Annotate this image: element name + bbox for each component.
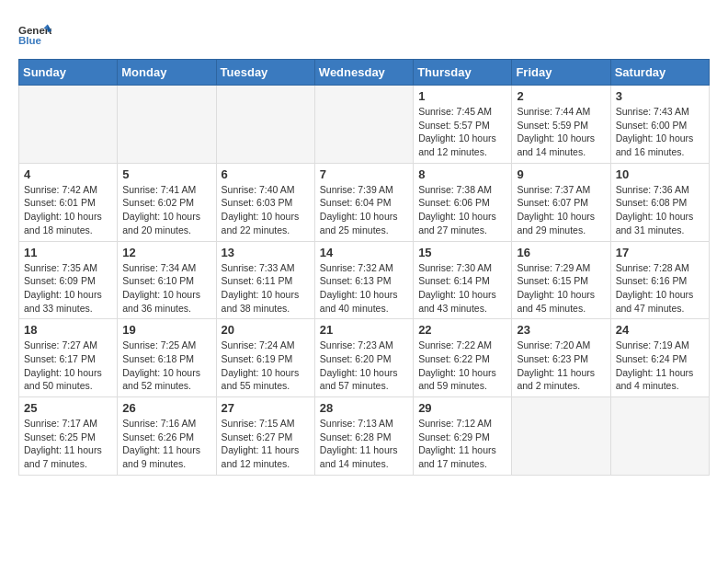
day-number: 4 (24, 167, 112, 181)
calendar-week-1: 1Sunrise: 7:45 AMSunset: 5:57 PMDaylight… (19, 86, 710, 164)
calendar-cell: 29Sunrise: 7:12 AMSunset: 6:29 PMDayligh… (414, 397, 512, 476)
day-info: Sunrise: 7:30 AMSunset: 6:14 PMDaylight:… (418, 261, 506, 316)
day-info: Sunrise: 7:45 AMSunset: 5:57 PMDaylight:… (418, 105, 506, 159)
calendar-cell (118, 86, 216, 164)
calendar-cell: 22Sunrise: 7:22 AMSunset: 6:22 PMDayligh… (414, 319, 512, 397)
calendar-cell (610, 397, 709, 476)
weekday-header-monday: Monday (118, 60, 216, 86)
page-header: General Blue (18, 15, 710, 52)
weekday-header-sunday: Sunday (19, 60, 118, 86)
calendar-table: SundayMondayTuesdayWednesdayThursdayFrid… (18, 59, 710, 476)
calendar-cell: 11Sunrise: 7:35 AMSunset: 6:09 PMDayligh… (19, 241, 118, 319)
day-number: 7 (320, 167, 408, 181)
calendar-cell: 21Sunrise: 7:23 AMSunset: 6:20 PMDayligh… (314, 319, 413, 397)
day-info: Sunrise: 7:38 AMSunset: 6:06 PMDaylight:… (418, 183, 506, 237)
calendar-cell (19, 86, 118, 164)
calendar-cell: 28Sunrise: 7:13 AMSunset: 6:28 PMDayligh… (314, 397, 413, 476)
day-info: Sunrise: 7:37 AMSunset: 6:07 PMDaylight:… (517, 183, 605, 237)
day-number: 3 (616, 89, 704, 103)
day-info: Sunrise: 7:23 AMSunset: 6:20 PMDaylight:… (320, 339, 408, 393)
calendar-cell: 3Sunrise: 7:43 AMSunset: 6:00 PMDaylight… (610, 86, 709, 164)
day-number: 6 (222, 167, 310, 181)
calendar-cell (216, 86, 314, 164)
calendar-cell: 16Sunrise: 7:29 AMSunset: 6:15 PMDayligh… (512, 241, 610, 319)
calendar-cell: 15Sunrise: 7:30 AMSunset: 6:14 PMDayligh… (414, 241, 512, 319)
day-info: Sunrise: 7:19 AMSunset: 6:24 PMDaylight:… (616, 339, 704, 393)
day-info: Sunrise: 7:25 AMSunset: 6:18 PMDaylight:… (122, 339, 210, 393)
calendar-cell: 24Sunrise: 7:19 AMSunset: 6:24 PMDayligh… (610, 319, 709, 397)
calendar-cell: 7Sunrise: 7:39 AMSunset: 6:04 PMDaylight… (314, 163, 413, 241)
day-info: Sunrise: 7:33 AMSunset: 6:11 PMDaylight:… (222, 261, 310, 316)
calendar-cell (314, 86, 413, 164)
day-info: Sunrise: 7:13 AMSunset: 6:28 PMDaylight:… (320, 417, 408, 471)
day-number: 19 (122, 323, 210, 337)
day-number: 14 (320, 246, 408, 259)
day-info: Sunrise: 7:34 AMSunset: 6:10 PMDaylight:… (122, 261, 210, 316)
calendar-cell: 1Sunrise: 7:45 AMSunset: 5:57 PMDaylight… (414, 86, 512, 164)
day-info: Sunrise: 7:20 AMSunset: 6:23 PMDaylight:… (517, 339, 605, 393)
day-number: 17 (616, 246, 704, 259)
day-info: Sunrise: 7:17 AMSunset: 6:25 PMDaylight:… (24, 417, 112, 471)
calendar-cell: 10Sunrise: 7:36 AMSunset: 6:08 PMDayligh… (610, 163, 709, 241)
day-info: Sunrise: 7:12 AMSunset: 6:29 PMDaylight:… (418, 417, 506, 471)
day-info: Sunrise: 7:36 AMSunset: 6:08 PMDaylight:… (616, 183, 704, 237)
weekday-header-wednesday: Wednesday (314, 60, 413, 86)
day-number: 13 (222, 246, 310, 259)
weekday-header-thursday: Thursday (414, 60, 512, 86)
day-number: 11 (24, 246, 112, 259)
weekday-header-tuesday: Tuesday (216, 60, 314, 86)
calendar-cell: 20Sunrise: 7:24 AMSunset: 6:19 PMDayligh… (216, 319, 314, 397)
day-info: Sunrise: 7:16 AMSunset: 6:26 PMDaylight:… (122, 417, 210, 471)
day-number: 29 (418, 401, 506, 415)
calendar-cell: 27Sunrise: 7:15 AMSunset: 6:27 PMDayligh… (216, 397, 314, 476)
day-info: Sunrise: 7:42 AMSunset: 6:01 PMDaylight:… (24, 183, 112, 237)
calendar-cell: 14Sunrise: 7:32 AMSunset: 6:13 PMDayligh… (314, 241, 413, 319)
calendar-cell: 12Sunrise: 7:34 AMSunset: 6:10 PMDayligh… (118, 241, 216, 319)
day-info: Sunrise: 7:15 AMSunset: 6:27 PMDaylight:… (222, 417, 310, 471)
day-info: Sunrise: 7:29 AMSunset: 6:15 PMDaylight:… (517, 261, 605, 316)
calendar-cell: 17Sunrise: 7:28 AMSunset: 6:16 PMDayligh… (610, 241, 709, 319)
day-info: Sunrise: 7:22 AMSunset: 6:22 PMDaylight:… (418, 339, 506, 393)
calendar-cell (512, 397, 610, 476)
day-number: 20 (222, 323, 310, 337)
day-number: 25 (24, 401, 112, 415)
day-number: 18 (24, 323, 112, 337)
logo-icon: General Blue (18, 18, 51, 52)
calendar-cell: 23Sunrise: 7:20 AMSunset: 6:23 PMDayligh… (512, 319, 610, 397)
day-number: 26 (122, 401, 210, 415)
day-number: 24 (616, 323, 704, 337)
day-number: 28 (320, 401, 408, 415)
calendar-cell: 26Sunrise: 7:16 AMSunset: 6:26 PMDayligh… (118, 397, 216, 476)
calendar-week-2: 4Sunrise: 7:42 AMSunset: 6:01 PMDaylight… (19, 163, 710, 241)
day-info: Sunrise: 7:41 AMSunset: 6:02 PMDaylight:… (122, 183, 210, 237)
calendar-cell: 25Sunrise: 7:17 AMSunset: 6:25 PMDayligh… (19, 397, 118, 476)
calendar-week-3: 11Sunrise: 7:35 AMSunset: 6:09 PMDayligh… (19, 241, 710, 319)
calendar-cell: 18Sunrise: 7:27 AMSunset: 6:17 PMDayligh… (19, 319, 118, 397)
day-number: 5 (122, 167, 210, 181)
calendar-cell: 4Sunrise: 7:42 AMSunset: 6:01 PMDaylight… (19, 163, 118, 241)
day-info: Sunrise: 7:35 AMSunset: 6:09 PMDaylight:… (24, 261, 112, 316)
calendar-cell: 19Sunrise: 7:25 AMSunset: 6:18 PMDayligh… (118, 319, 216, 397)
day-number: 15 (418, 246, 506, 259)
calendar-cell: 8Sunrise: 7:38 AMSunset: 6:06 PMDaylight… (414, 163, 512, 241)
calendar-header-row: SundayMondayTuesdayWednesdayThursdayFrid… (19, 60, 710, 86)
weekday-header-friday: Friday (512, 60, 610, 86)
calendar-cell: 13Sunrise: 7:33 AMSunset: 6:11 PMDayligh… (216, 241, 314, 319)
day-number: 21 (320, 323, 408, 337)
day-number: 22 (418, 323, 506, 337)
day-info: Sunrise: 7:39 AMSunset: 6:04 PMDaylight:… (320, 183, 408, 237)
calendar-cell: 2Sunrise: 7:44 AMSunset: 5:59 PMDaylight… (512, 86, 610, 164)
day-info: Sunrise: 7:32 AMSunset: 6:13 PMDaylight:… (320, 261, 408, 316)
day-number: 23 (517, 323, 605, 337)
day-info: Sunrise: 7:44 AMSunset: 5:59 PMDaylight:… (517, 105, 605, 159)
day-number: 1 (418, 89, 506, 103)
day-number: 2 (517, 89, 605, 103)
day-info: Sunrise: 7:27 AMSunset: 6:17 PMDaylight:… (24, 339, 112, 393)
svg-text:Blue: Blue (18, 35, 42, 46)
calendar-week-4: 18Sunrise: 7:27 AMSunset: 6:17 PMDayligh… (19, 319, 710, 397)
day-info: Sunrise: 7:24 AMSunset: 6:19 PMDaylight:… (222, 339, 310, 393)
day-info: Sunrise: 7:28 AMSunset: 6:16 PMDaylight:… (616, 261, 704, 316)
calendar-cell: 9Sunrise: 7:37 AMSunset: 6:07 PMDaylight… (512, 163, 610, 241)
day-number: 10 (616, 167, 704, 181)
logo: General Blue (18, 18, 51, 52)
